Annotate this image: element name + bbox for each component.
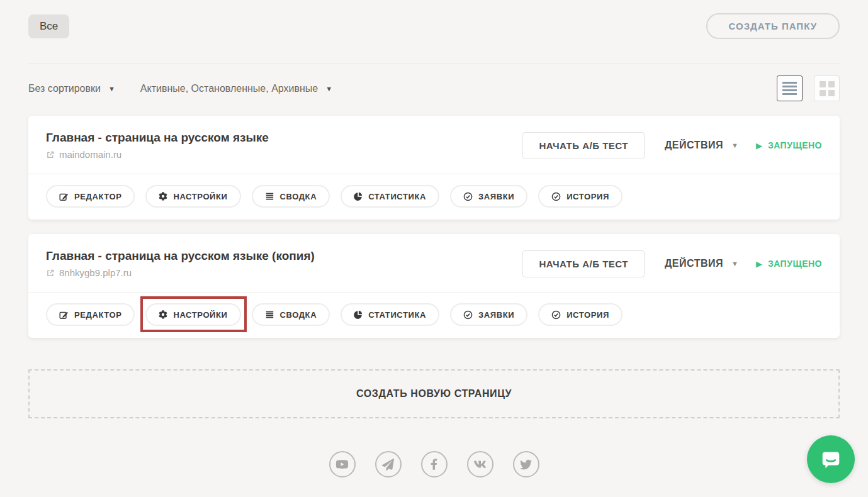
start-ab-test-button[interactable]: НАЧАТЬ А/Б ТЕСТ — [522, 250, 645, 277]
tab-label: ЗАЯВКИ — [478, 192, 514, 201]
tab-label: ИСТОРИЯ — [566, 310, 609, 320]
chevron-down-icon: ▼ — [325, 85, 332, 92]
twitter-link[interactable] — [513, 451, 539, 477]
youtube-link[interactable] — [329, 451, 356, 477]
youtube-icon — [335, 459, 349, 470]
tab-label: ИСТОРИЯ — [566, 192, 609, 201]
all-filter-button[interactable]: Все — [28, 14, 69, 38]
check-circle-icon — [463, 310, 473, 320]
tab-history[interactable]: ИСТОРИЯ — [538, 303, 623, 326]
edit-icon — [59, 310, 69, 320]
tab-label: СТАТИСТИКА — [368, 192, 426, 201]
telegram-icon — [382, 459, 394, 471]
page-title: Главная - страница на русском языке — [46, 131, 522, 145]
tab-summary[interactable]: СВОДКА — [252, 303, 330, 326]
twitter-icon — [520, 459, 532, 471]
status-filter-dropdown[interactable]: Активные, Остановленные, Архивные ▼ — [140, 83, 332, 94]
gear-icon — [159, 192, 167, 201]
chat-bubble-icon — [819, 447, 843, 471]
card-header: Главная - страница на русском языке (коп… — [28, 234, 840, 292]
create-folder-button[interactable]: СОЗДАТЬ ПАПКУ — [706, 13, 840, 39]
start-ab-test-button[interactable]: НАЧАТЬ А/Б ТЕСТ — [522, 132, 645, 159]
tab-label: НАСТРОЙКИ — [173, 192, 227, 201]
page-domain-link[interactable]: maindomain.ru — [46, 149, 522, 160]
check-circle-icon — [551, 310, 561, 320]
create-new-page-button[interactable]: СОЗДАТЬ НОВУЮ СТРАНИЦУ — [28, 369, 840, 418]
check-circle-icon — [463, 192, 473, 201]
status-badge: ▶ ЗАПУЩЕНО — [756, 259, 822, 269]
filter-row: Без сортировки ▼ Активные, Остановленные… — [28, 75, 840, 101]
tab-leads[interactable]: ЗАЯВКИ — [450, 185, 527, 208]
list-view-toggle[interactable] — [777, 75, 803, 101]
facebook-link[interactable] — [421, 451, 448, 477]
tab-leads[interactable]: ЗАЯВКИ — [450, 303, 527, 326]
chevron-down-icon: ▼ — [731, 260, 738, 267]
play-icon: ▶ — [756, 141, 762, 150]
status-badge: ▶ ЗАПУЩЕНО — [756, 140, 822, 150]
gear-icon — [159, 310, 167, 319]
list-icon — [265, 192, 274, 201]
vk-link[interactable] — [467, 451, 493, 477]
tab-label: ЗАЯВКИ — [478, 310, 514, 320]
chat-widget-button[interactable] — [807, 435, 855, 483]
sort-dropdown[interactable]: Без сортировки ▼ — [28, 83, 115, 94]
pie-chart-icon — [354, 192, 363, 201]
view-toggles — [777, 75, 840, 101]
grid-view-toggle[interactable] — [814, 75, 840, 101]
telegram-link[interactable] — [375, 451, 402, 477]
page-domain-text: 8nhkygb9.plp7.ru — [59, 267, 132, 278]
card-tabs-row: РЕДАКТОР НАСТРОЙКИ СВОДКА — [28, 293, 840, 338]
actions-dropdown[interactable]: ДЕЙСТВИЯ ▼ — [665, 140, 738, 151]
tab-label: СВОДКА — [280, 310, 317, 320]
list-icon — [265, 310, 274, 319]
social-links — [28, 451, 840, 477]
status-filter-label: Активные, Остановленные, Архивные — [140, 83, 318, 94]
play-icon: ▶ — [756, 259, 762, 269]
tab-editor[interactable]: РЕДАКТОР — [46, 185, 135, 208]
status-label: ЗАПУЩЕНО — [768, 259, 822, 269]
tab-settings[interactable]: НАСТРОЙКИ — [145, 185, 240, 208]
tab-summary[interactable]: СВОДКА — [252, 185, 330, 208]
external-link-icon — [46, 150, 55, 159]
edit-icon — [59, 192, 69, 201]
tab-label: СВОДКА — [280, 192, 317, 201]
tab-label: РЕДАКТОР — [74, 192, 121, 201]
pie-chart-icon — [354, 310, 363, 319]
page-domain-text: maindomain.ru — [59, 149, 121, 160]
page-domain-link[interactable]: 8nhkygb9.plp7.ru — [46, 267, 522, 278]
status-label: ЗАПУЩЕНО — [768, 140, 822, 150]
tab-label: РЕДАКТОР — [74, 310, 121, 320]
sort-dropdown-label: Без сортировки — [28, 83, 101, 94]
tab-settings-highlighted[interactable]: НАСТРОЙКИ — [145, 303, 240, 326]
card-header: Главная - страница на русском языке main… — [28, 116, 840, 174]
actions-label: ДЕЙСТВИЯ — [665, 140, 723, 151]
vk-icon — [473, 459, 487, 470]
tab-history[interactable]: ИСТОРИЯ — [538, 185, 623, 208]
chevron-down-icon: ▼ — [731, 142, 738, 149]
tab-label: СТАТИСТИКА — [368, 310, 426, 320]
tab-label: НАСТРОЙКИ — [173, 310, 227, 320]
grid-view-icon — [820, 81, 835, 96]
actions-label: ДЕЙСТВИЯ — [665, 258, 723, 269]
actions-dropdown[interactable]: ДЕЙСТВИЯ ▼ — [665, 258, 738, 269]
tab-editor[interactable]: РЕДАКТОР — [46, 303, 135, 326]
external-link-icon — [46, 269, 55, 277]
tab-statistics[interactable]: СТАТИСТИКА — [341, 303, 439, 326]
check-circle-icon — [551, 192, 561, 201]
card-tabs-row: РЕДАКТОР НАСТРОЙКИ СВОДКА СТАТИСТИКА — [28, 174, 840, 220]
list-view-icon — [782, 82, 797, 95]
page-card: Главная - страница на русском языке (коп… — [28, 234, 840, 338]
chevron-down-icon: ▼ — [108, 85, 115, 92]
topbar: Все СОЗДАТЬ ПАПКУ — [28, 0, 840, 39]
page-title: Главная - страница на русском языке (коп… — [46, 249, 522, 263]
facebook-icon — [431, 458, 437, 471]
tab-statistics[interactable]: СТАТИСТИКА — [341, 185, 439, 208]
top-divider — [28, 63, 840, 64]
page-card: Главная - страница на русском языке main… — [28, 116, 840, 220]
